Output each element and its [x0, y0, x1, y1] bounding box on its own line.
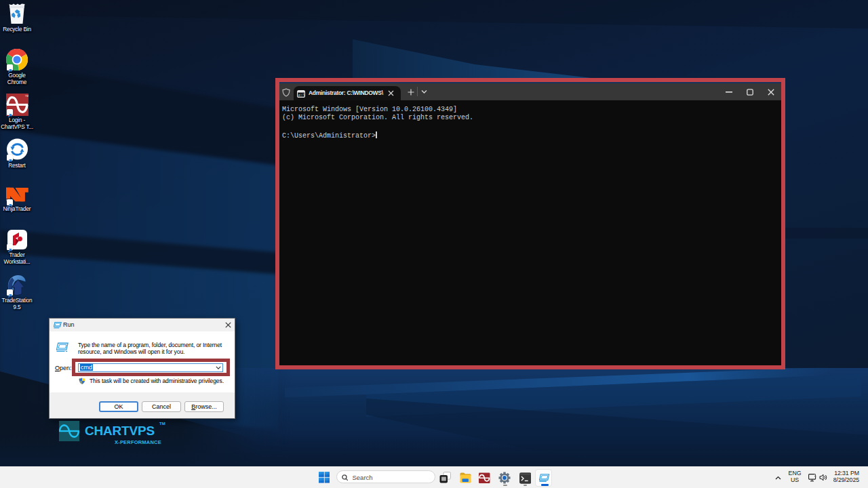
- svg-text:c:\: c:\: [298, 93, 305, 98]
- svg-text:TM: TM: [25, 95, 28, 98]
